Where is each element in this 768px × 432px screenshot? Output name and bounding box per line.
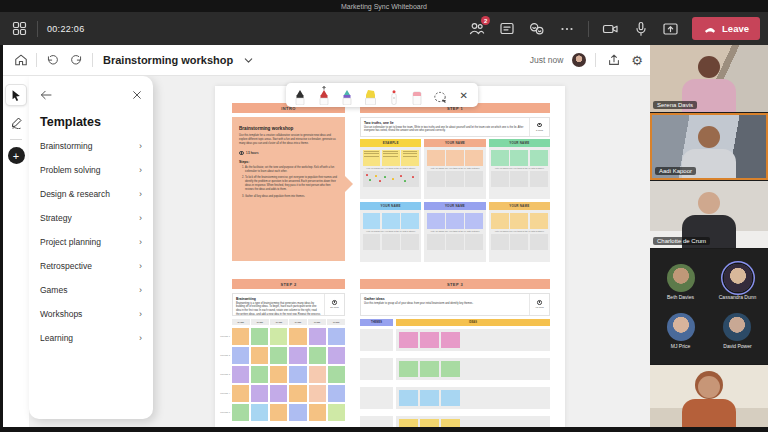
- sticky-note[interactable]: [309, 328, 326, 345]
- sidebar-item-project-planning[interactable]: Project planning›: [40, 230, 142, 254]
- video-tile-aadi-kapoor[interactable]: Aadi Kapoor: [650, 113, 768, 180]
- camera-icon[interactable]: [602, 20, 619, 37]
- sticky-note[interactable]: [328, 366, 345, 383]
- sticky-note[interactable]: [251, 404, 268, 421]
- home-icon[interactable]: [12, 52, 29, 69]
- reactions-icon[interactable]: [528, 20, 545, 37]
- user-avatar[interactable]: [572, 53, 586, 67]
- sidebar-item-strategy[interactable]: Strategy›: [40, 206, 142, 230]
- board-title[interactable]: Brainstorming workshop: [103, 54, 233, 66]
- sticky-note[interactable]: [510, 150, 528, 166]
- sticky-note[interactable]: [427, 213, 445, 229]
- select-pointer-tool[interactable]: [6, 85, 26, 105]
- ideas-placeholder[interactable]: [396, 416, 550, 427]
- audio-participant-cassandra-dunn[interactable]: Cassandra Dunn: [719, 264, 757, 300]
- sticky-note[interactable]: [309, 385, 326, 402]
- sidebar-item-games[interactable]: Games›: [40, 278, 142, 302]
- sticky-note[interactable]: [441, 419, 460, 427]
- step3-header-bar[interactable]: STEP 3: [360, 279, 550, 289]
- sticky-note[interactable]: [420, 361, 439, 377]
- sticky-note[interactable]: [399, 361, 418, 377]
- sticky-note[interactable]: [363, 150, 381, 166]
- chat-icon[interactable]: [498, 20, 515, 37]
- sticky-note[interactable]: [270, 328, 287, 345]
- audio-participants-tile[interactable]: Beth DaviesCassandra DunnMJ PriceDavid P…: [650, 249, 768, 364]
- participant-card-your-name[interactable]: YOUR NAMEVote on which one you think is …: [489, 202, 550, 262]
- sticky-note[interactable]: [441, 332, 460, 348]
- whiteboard-page[interactable]: INTRO Brainstorming workshop Use this te…: [215, 86, 565, 427]
- sticky-note[interactable]: [465, 150, 483, 166]
- participant-card-your-name[interactable]: YOUR NAMEVote on which one you think is …: [424, 202, 485, 262]
- sticky-note[interactable]: [251, 328, 268, 345]
- step2-info-card[interactable]: Brainwriting Brainwriting is a type of b…: [232, 293, 345, 316]
- theme-placeholder[interactable]: [360, 358, 393, 380]
- leave-button[interactable]: Leave: [692, 17, 760, 40]
- sticky-note[interactable]: [251, 366, 268, 383]
- red-marker-tool-selected[interactable]: [315, 85, 333, 105]
- sticky-note[interactable]: [232, 347, 249, 364]
- video-tile-serena-davis[interactable]: Serena Davis: [650, 45, 768, 112]
- sticky-note[interactable]: [446, 150, 464, 166]
- lasso-select-tool[interactable]: [431, 85, 449, 105]
- sticky-note[interactable]: [510, 213, 528, 229]
- sidebar-item-brainstorming[interactable]: Brainstorming›: [40, 134, 142, 158]
- inking-pen-tool[interactable]: [6, 112, 26, 132]
- sticky-note[interactable]: [270, 347, 287, 364]
- audio-participant-mj-price[interactable]: MJ Price: [667, 313, 695, 349]
- sticky-note[interactable]: [420, 332, 439, 348]
- sticky-note[interactable]: [289, 404, 306, 421]
- step1-info-card[interactable]: Two truths, one lie Use an icebreaker to…: [360, 117, 550, 137]
- sticky-note[interactable]: [446, 213, 464, 229]
- sticky-note[interactable]: [328, 404, 345, 421]
- apps-grid-icon[interactable]: [11, 20, 28, 37]
- sticky-note[interactable]: [270, 385, 287, 402]
- sticky-note[interactable]: [530, 213, 548, 229]
- theme-placeholder[interactable]: [360, 387, 393, 409]
- empty-placeholder-box[interactable]: [446, 171, 464, 187]
- empty-placeholder-box[interactable]: [427, 171, 445, 187]
- sticky-note[interactable]: [232, 385, 249, 402]
- sticky-note[interactable]: [328, 328, 345, 345]
- sticky-note[interactable]: [309, 366, 326, 383]
- sticky-note[interactable]: [382, 150, 400, 166]
- empty-placeholder-box[interactable]: [491, 234, 509, 250]
- chevron-down-icon[interactable]: [240, 52, 257, 69]
- sticky-note[interactable]: [232, 328, 249, 345]
- close-pen-toolbar-icon[interactable]: ✕: [455, 81, 473, 105]
- step3-info-card[interactable]: Gather ideas Use this template to group …: [360, 293, 550, 316]
- laser-pen-tool[interactable]: [385, 85, 403, 105]
- ideas-placeholder[interactable]: [396, 387, 550, 409]
- theme-placeholder[interactable]: [360, 329, 393, 351]
- sticky-note[interactable]: [441, 390, 460, 406]
- empty-placeholder-box[interactable]: [510, 234, 528, 250]
- empty-placeholder-box[interactable]: [401, 234, 419, 250]
- share-board-icon[interactable]: [605, 52, 622, 69]
- empty-placeholder-box[interactable]: [465, 171, 483, 187]
- sticky-note[interactable]: [382, 213, 400, 229]
- sticky-note[interactable]: [328, 385, 345, 402]
- sticky-note[interactable]: [363, 213, 381, 229]
- empty-placeholder-box[interactable]: [530, 171, 548, 187]
- sticky-note[interactable]: [401, 150, 419, 166]
- redo-icon[interactable]: [68, 52, 85, 69]
- settings-gear-icon[interactable]: ⚙: [631, 54, 643, 67]
- sidebar-item-problem-solving[interactable]: Problem solving›: [40, 158, 142, 182]
- sidebar-item-design-research[interactable]: Design & research›: [40, 182, 142, 206]
- sticky-note[interactable]: [399, 332, 418, 348]
- empty-placeholder-box[interactable]: [382, 234, 400, 250]
- sticky-note[interactable]: [289, 328, 306, 345]
- undo-icon[interactable]: [44, 52, 61, 69]
- video-tile-charlotte-de-crum[interactable]: Charlotte de Crum: [650, 181, 768, 248]
- more-options-icon[interactable]: [558, 20, 575, 37]
- video-tile-self[interactable]: [650, 365, 768, 427]
- share-screen-icon[interactable]: [662, 20, 679, 37]
- ideas-placeholder[interactable]: [396, 358, 550, 380]
- sticky-note[interactable]: [270, 366, 287, 383]
- sidebar-item-workshops[interactable]: Workshops›: [40, 302, 142, 326]
- empty-placeholder-box[interactable]: [427, 234, 445, 250]
- participants-icon[interactable]: 2: [468, 20, 485, 37]
- audio-participant-beth-davies[interactable]: Beth Davies: [667, 264, 695, 300]
- empty-placeholder-box[interactable]: [446, 234, 464, 250]
- empty-placeholder-box[interactable]: [465, 234, 483, 250]
- sticky-note[interactable]: [441, 361, 460, 377]
